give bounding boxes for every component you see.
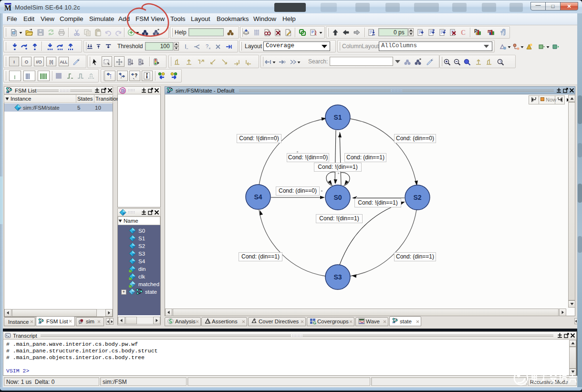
svg-text:?: ? — [206, 43, 208, 49]
svg-text:S0: S0 — [333, 194, 342, 201]
svg-text:S1: S1 — [333, 113, 342, 121]
svg-text:?: ? — [499, 60, 501, 64]
svg-text:G: G — [313, 320, 316, 325]
svg-text:D: D — [121, 88, 125, 93]
svg-text:M: M — [4, 4, 11, 11]
svg-text:?: ? — [135, 73, 137, 78]
svg-text:C: C — [461, 29, 466, 36]
svg-text:S3: S3 — [333, 273, 342, 281]
svg-text:S4: S4 — [254, 193, 262, 201]
svg-text:S2: S2 — [413, 194, 421, 201]
